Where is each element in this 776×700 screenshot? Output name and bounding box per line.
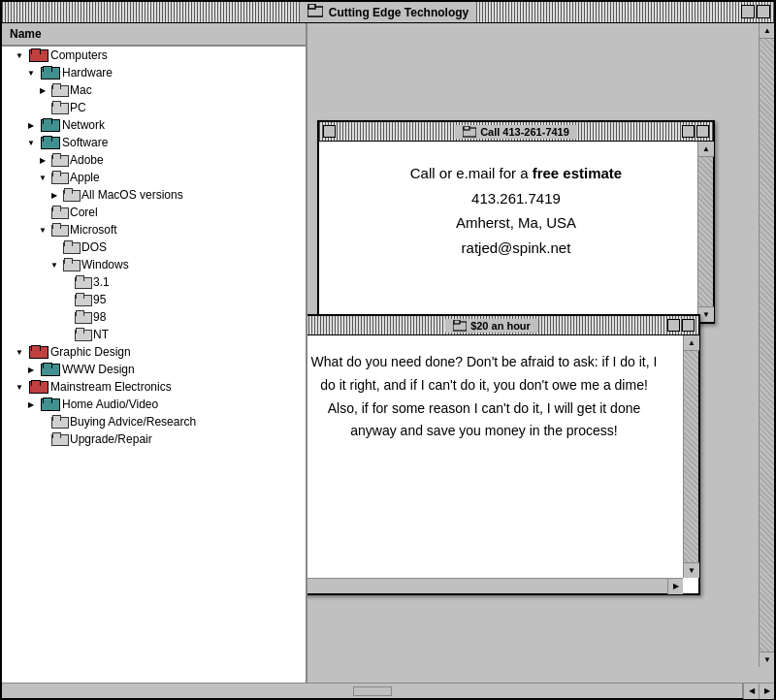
scroll-up-call[interactable]: ▲ — [698, 142, 714, 157]
main-bottom-bar: ◀ ▶ — [2, 683, 774, 698]
tree-header: Name — [2, 23, 306, 47]
folder-icon-w95 — [75, 293, 90, 306]
zoom-button-call[interactable] — [682, 125, 695, 138]
triangle-homeav[interactable] — [25, 398, 37, 410]
popup-call-content: Call or e.mail for a free estimate 413.2… — [319, 142, 713, 279]
tree-item-pc[interactable]: PC — [2, 99, 306, 116]
tree-item-computers[interactable]: Computers — [2, 47, 306, 64]
folder-icon-microsoft — [51, 223, 67, 237]
tree-item-buying[interactable]: Buying Advice/Research — [2, 413, 306, 430]
tree-item-www[interactable]: WWW Design — [2, 361, 306, 378]
triangle-computers[interactable] — [14, 49, 25, 61]
tree-item-homeav[interactable]: Home Audio/Video — [2, 396, 306, 413]
triangle-mac[interactable] — [37, 84, 48, 96]
popup-call-location: Amherst, Ma, USA — [348, 210, 684, 236]
tree-item-allmac[interactable]: All MacOS versions — [2, 186, 306, 204]
triangle-mainstream[interactable] — [14, 381, 25, 393]
folder-icon-network — [41, 118, 58, 132]
scroll-track-call — [698, 157, 713, 306]
tree-item-software[interactable]: Software — [2, 134, 306, 151]
scroll-down-rate[interactable]: ▼ — [684, 562, 699, 578]
svg-rect-5 — [454, 320, 460, 324]
folder-icon-hardware — [41, 66, 58, 80]
tree-item-windows[interactable]: Windows — [2, 256, 306, 273]
main-scroll-down[interactable]: ▼ — [760, 652, 774, 667]
popup-rate-title: $20 an hour — [445, 319, 538, 333]
main-scroll-track — [760, 39, 774, 652]
folder-icon-graphic — [29, 345, 47, 359]
triangle-graphic[interactable] — [14, 346, 25, 358]
window-controls — [741, 5, 770, 18]
folder-icon-popup2 — [453, 320, 467, 332]
folder-icon-wnt — [75, 328, 90, 341]
popup-call-scrollbar: ▲ ▼ — [697, 142, 713, 322]
triangle-network[interactable] — [25, 119, 37, 131]
right-panel: Call 413-261-7419 Call or e.mail for a f… — [307, 23, 774, 683]
folder-icon-software — [41, 136, 58, 149]
zoom-button[interactable] — [741, 5, 755, 18]
tree-item-dos[interactable]: DOS — [2, 239, 306, 256]
zoom-button-rate[interactable] — [667, 319, 680, 332]
main-title-bar: Cutting Edge Technology — [2, 2, 774, 23]
close-button-call[interactable] — [323, 125, 336, 138]
popup-call-titlebar: Call 413-261-7419 — [319, 122, 713, 142]
bottom-scroll-left[interactable]: ◀ — [743, 684, 759, 699]
tree-item-wnt[interactable]: NT — [2, 326, 306, 343]
popup-call-winbtns — [682, 125, 709, 138]
scroll-up-rate[interactable]: ▲ — [684, 335, 699, 351]
triangle-adobe[interactable] — [37, 154, 48, 166]
scroll-right-rate[interactable]: ▶ — [667, 579, 683, 594]
bottom-nav-buttons: ◀ ▶ — [743, 684, 774, 699]
popup-rate-titlebar: $20 an hour — [307, 316, 698, 335]
folder-icon-allmac — [63, 188, 79, 202]
tree-item-apple[interactable]: Apple — [2, 169, 306, 186]
resize-button[interactable] — [757, 5, 770, 18]
popup-rate: $20 an hour What do you need done? Don't… — [307, 314, 700, 595]
popup-call: Call 413-261-7419 Call or e.mail for a f… — [317, 120, 715, 324]
bottom-scroll-track — [2, 684, 743, 698]
folder-icon-dos — [63, 240, 79, 254]
tree-item-mainstream[interactable]: Mainstream Electronics — [2, 378, 306, 396]
popup-rate-scrollbar-h: ◀ ▶ — [307, 578, 683, 593]
triangle-hardware[interactable] — [25, 67, 37, 79]
main-scroll-up[interactable]: ▲ — [760, 23, 774, 39]
folder-icon — [307, 4, 323, 20]
tree-item-microsoft[interactable]: Microsoft — [2, 221, 306, 239]
tree-item-graphic[interactable]: Graphic Design — [2, 343, 306, 361]
resize-button-call[interactable] — [696, 125, 709, 138]
folder-icon-adobe — [51, 153, 67, 167]
popup-call-close[interactable] — [323, 125, 336, 141]
popup-call-title: Call 413-261-7419 — [455, 125, 577, 139]
tree-item-adobe[interactable]: Adobe — [2, 151, 306, 169]
bottom-scroll-right[interactable]: ▶ — [759, 684, 774, 699]
folder-icon-w98 — [75, 310, 90, 324]
triangle-microsoft[interactable] — [37, 224, 48, 236]
folder-icon-w31 — [75, 275, 90, 289]
file-tree: Name Computers Hardware Mac — [2, 23, 307, 683]
svg-rect-3 — [464, 126, 469, 130]
tree-item-w98[interactable]: 98 — [2, 308, 306, 326]
triangle-www[interactable] — [25, 364, 37, 375]
triangle-allmac[interactable] — [48, 189, 60, 201]
triangle-software[interactable] — [25, 137, 37, 148]
scroll-down-call[interactable]: ▼ — [698, 306, 714, 322]
tree-item-upgrade[interactable]: Upgrade/Repair — [2, 430, 306, 448]
folder-icon-upgrade — [51, 432, 67, 446]
folder-icon-homeav — [41, 398, 58, 411]
main-right-scrollbar: ▲ ▼ — [759, 23, 774, 667]
tree-item-hardware[interactable]: Hardware — [2, 64, 306, 81]
folder-icon-pc — [51, 101, 67, 114]
tree-item-mac[interactable]: Mac — [2, 81, 306, 99]
triangle-apple[interactable] — [37, 172, 48, 183]
triangle-windows[interactable] — [48, 259, 60, 270]
popup-call-line1: Call or e.mail for a free estimate — [348, 161, 684, 186]
tree-item-w31[interactable]: 3.1 — [2, 273, 306, 291]
bottom-scroll-thumb[interactable] — [353, 686, 392, 696]
main-title: Cutting Edge Technology — [300, 2, 476, 22]
folder-icon-windows — [63, 258, 79, 271]
resize-button-rate[interactable] — [682, 319, 695, 332]
folder-icon-corel — [51, 206, 67, 219]
tree-item-corel[interactable]: Corel — [2, 204, 306, 221]
tree-item-w95[interactable]: 95 — [2, 291, 306, 308]
tree-item-network[interactable]: Network — [2, 116, 306, 134]
